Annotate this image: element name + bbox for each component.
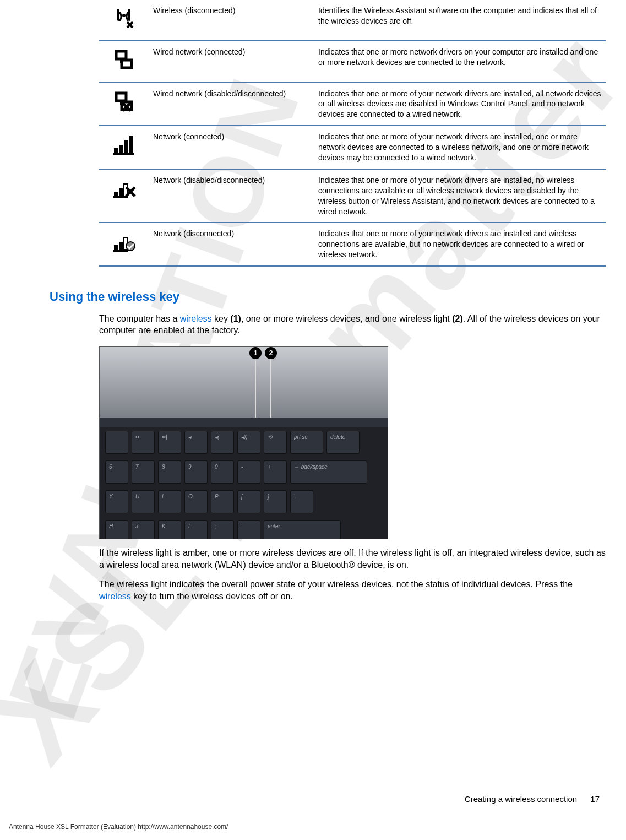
key: ] — [264, 490, 287, 513]
icon-description: Indicates that one or more network drive… — [318, 47, 598, 67]
callout-1: 1 — [249, 347, 262, 421]
callout-2: 2 — [265, 347, 277, 421]
paragraph-light-states: If the wireless light is amber, one or m… — [99, 547, 606, 571]
key: 9 — [184, 460, 208, 484]
table-row: Wired network (disabled/disconnected) In… — [99, 83, 606, 126]
table-row: Network (disabled/disconnected) Indicate… — [99, 169, 606, 223]
callout-ref-2: (2) — [452, 314, 463, 323]
table-row: Network (connected) Indicates that one o… — [99, 126, 606, 169]
key: - — [237, 460, 260, 484]
icon-description: Indicates that one or more of your netwo… — [318, 176, 595, 216]
page-content: Wireless (disconnected) Identifies the W… — [0, 0, 626, 602]
key: ; — [211, 520, 234, 539]
page-footer: Creating a wireless connection 17 — [465, 794, 600, 805]
key: 0 — [211, 460, 234, 484]
icon-description: Indicates that one or more of your netwo… — [318, 132, 589, 162]
callout-ref-1: (1) — [230, 314, 241, 323]
svg-rect-11 — [119, 188, 123, 196]
key: •• — [132, 431, 155, 454]
key: + — [264, 460, 287, 484]
icon-description: Identifies the Wireless Assistant softwa… — [318, 6, 597, 25]
wired-connected-icon — [111, 66, 137, 75]
svg-rect-14 — [114, 245, 118, 250]
svg-rect-10 — [114, 192, 118, 196]
paragraph-intro: The computer has a wireless key (1), one… — [99, 313, 606, 337]
svg-point-0 — [122, 14, 126, 17]
icon-name: Network (connected) — [153, 132, 224, 141]
svg-rect-13 — [113, 196, 128, 198]
svg-rect-17 — [113, 250, 128, 252]
table-row: Wireless (disconnected) Identifies the W… — [99, 0, 606, 41]
key: \ — [290, 490, 313, 513]
key: delete — [326, 431, 360, 454]
footer-section-title: Creating a wireless connection — [465, 794, 577, 804]
svg-rect-7 — [124, 140, 128, 153]
svg-rect-15 — [119, 242, 123, 250]
table-row: Wired network (connected) Indicates that… — [99, 41, 606, 82]
key-enter: enter — [264, 520, 341, 539]
key: O — [184, 490, 208, 513]
svg-rect-5 — [114, 148, 118, 153]
svg-rect-6 — [119, 145, 123, 153]
page-number: 17 — [590, 794, 600, 804]
key: L — [184, 520, 208, 539]
key: prt sc — [290, 431, 323, 454]
svg-rect-9 — [113, 153, 134, 155]
key: ••| — [158, 431, 181, 454]
key: Y — [105, 490, 128, 513]
table-row: Network (disconnected) Indicates that on… — [99, 223, 606, 265]
icon-name: Wired network (disabled/disconnected) — [153, 89, 286, 98]
network-connected-icon — [111, 150, 137, 160]
wired-disconnected-icon — [111, 107, 137, 117]
text: The wireless light indicates the overall… — [99, 579, 573, 589]
key: H — [105, 520, 128, 539]
key: [ — [237, 490, 260, 513]
key-backspace: ← backspace — [290, 460, 367, 484]
text: key to turn the wireless devices off or … — [131, 592, 293, 601]
icon-name: Wired network (connected) — [153, 47, 245, 56]
key: 7 — [132, 460, 155, 484]
key-wireless: ⟲ — [264, 431, 287, 454]
text: key — [212, 314, 231, 323]
text: , one or more wireless devices, and one … — [241, 314, 452, 323]
key: 6 — [105, 460, 128, 484]
key: I — [158, 490, 181, 513]
status-icons-table: Wireless (disconnected) Identifies the W… — [99, 0, 606, 265]
callout-bubble: 1 — [249, 347, 262, 359]
key: ' — [237, 520, 260, 539]
key: P — [211, 490, 234, 513]
icon-description: Indicates that one or more of your netwo… — [318, 229, 584, 259]
callout-bubble: 2 — [265, 347, 277, 359]
formatter-imprint: Antenna House XSL Formatter (Evaluation)… — [9, 822, 228, 831]
wireless-disconnected-icon — [111, 24, 137, 34]
icon-name: Network (disabled/disconnected) — [153, 176, 265, 185]
key: K — [158, 520, 181, 539]
section-heading: Using the wireless key — [50, 289, 604, 305]
network-disabled-icon — [111, 194, 137, 203]
svg-rect-1 — [116, 51, 126, 59]
icon-name: Wireless (disconnected) — [153, 6, 235, 15]
key: 8 — [158, 460, 181, 484]
svg-rect-3 — [116, 93, 126, 101]
text: The computer has a — [99, 314, 180, 323]
key: U — [132, 490, 155, 513]
keyboard: •• ••| ◂ ◂( ◂)) ⟲ prt sc delete 6 7 8 9 … — [100, 418, 388, 539]
wireless-link[interactable]: wireless — [99, 592, 131, 601]
paragraph-overall-state: The wireless light indicates the overall… — [99, 578, 606, 602]
network-disconnected-icon — [111, 247, 137, 257]
key: J — [132, 520, 155, 539]
keyboard-figure: 1 2 •• ••| ◂ ◂( ◂)) ⟲ prt sc delete — [99, 346, 388, 539]
key — [105, 431, 128, 454]
svg-rect-8 — [129, 136, 133, 153]
wireless-link[interactable]: wireless — [180, 314, 212, 323]
icon-name: Network (disconnected) — [153, 229, 234, 238]
svg-rect-2 — [122, 60, 132, 68]
table-rule — [99, 265, 606, 267]
key: ◂)) — [237, 431, 260, 454]
icon-description: Indicates that one or more of your netwo… — [318, 89, 601, 119]
key: ◂( — [211, 431, 234, 454]
key: ◂ — [184, 431, 208, 454]
